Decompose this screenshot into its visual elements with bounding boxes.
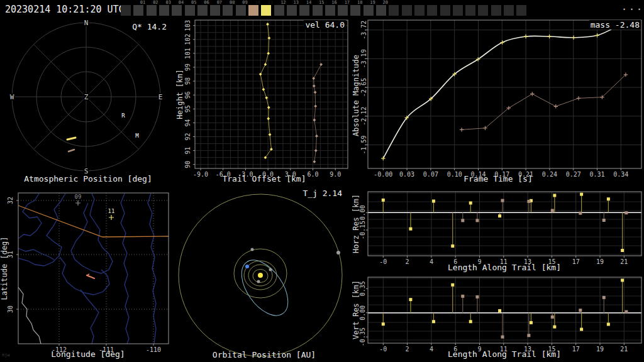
atmospheric-caption: Atmospheric Position [deg] [0, 174, 176, 184]
svg-text:6: 6 [453, 258, 457, 265]
frame-thumb-blank-26[interactable] [453, 5, 463, 16]
frame-thumb-13[interactable]: 13 [287, 5, 297, 16]
frame-thumb-03[interactable]: 03 [159, 5, 169, 16]
frame-thumb-14[interactable]: 14 [299, 5, 309, 16]
svg-text:9: 9 [477, 258, 481, 265]
svg-text:9: 9 [477, 346, 481, 353]
frame-thumb-label: 03 [165, 1, 170, 5]
magnitude-fit-line [383, 26, 618, 158]
frame-thumb-20[interactable]: 20 [376, 5, 386, 16]
frame-thumb-09[interactable]: 09 [236, 5, 246, 16]
velocity-badge: vel 64.0 [304, 20, 346, 30]
frame-thumb-04[interactable]: 04 [172, 5, 182, 16]
panel-map: Latitude [deg] 0911-112-111-110323130 Lo… [0, 185, 176, 362]
frame-thumb-19[interactable]: 19 [364, 5, 374, 16]
frame-thumb-label: 09 [242, 1, 247, 5]
frame-thumb-16[interactable]: 16 [325, 5, 335, 16]
frame-thumb-15[interactable]: 15 [313, 5, 323, 16]
solar-system-bodies [245, 248, 340, 283]
map-axes: -112-111-110323130 [7, 193, 169, 353]
svg-text:-0: -0 [379, 258, 387, 265]
frame-thumb-blank-22[interactable] [402, 5, 412, 16]
svg-text:91: 91 [184, 147, 191, 155]
frame-thumb-label: 08 [230, 1, 235, 5]
svg-text:32: 32 [7, 197, 14, 204]
svg-text:Z: Z [84, 93, 89, 101]
frame-thumb-01[interactable]: 01 [133, 5, 143, 16]
frame-thumb-blank-21[interactable] [389, 5, 399, 16]
residuals-plots: Horz Res [km] Vert Res [km] Length Along… [352, 185, 644, 362]
frame-thumb-blank-24[interactable] [427, 5, 437, 16]
frame-thumb-label: 20 [383, 1, 388, 5]
frame-thumb-08[interactable]: 08 [223, 5, 233, 16]
trail-series-station-11 [259, 23, 273, 159]
trail-series-station-10 [312, 63, 323, 163]
trail-axes: -9.0-6.0-3.00.03.06.09.01031021019998969… [184, 20, 348, 178]
frame-thumb-06[interactable]: 06 [197, 5, 208, 16]
res-series-station-10 [461, 295, 628, 339]
svg-text:-2.12: -2.12 [360, 107, 367, 126]
frame-thumb-blank-23[interactable] [414, 5, 425, 16]
res-grid [368, 192, 641, 256]
frame-thumb-label: 17 [345, 1, 350, 5]
frame-thumb-label: 02 [153, 1, 158, 5]
panel-magnitude: Absolute Magnitude -0.000.030.070.100.14… [352, 19, 644, 185]
frame-thumb-17[interactable]: 17 [338, 5, 348, 16]
overflow-menu-button[interactable]: ... [621, 1, 644, 13]
map-frame-markers: 0911 [75, 194, 115, 220]
frame-thumb-label: 04 [179, 1, 184, 5]
svg-text:30: 30 [7, 305, 14, 313]
panel-orbit: T_j 2.14 Orbital Position [AU] [176, 185, 352, 362]
frame-thumb-label: 16 [331, 1, 336, 5]
meteor-streaks [67, 138, 75, 151]
svg-text:15: 15 [548, 258, 555, 265]
frame-thumb-label: 12 [280, 1, 286, 5]
meteor-analysis-app: 20230214 10:21:20 UTC 010203040506070809… [0, 0, 644, 362]
map-caption: Longitude [deg] [0, 349, 176, 359]
map-rivers [18, 194, 156, 344]
map-ground-track [87, 274, 94, 278]
frame-thumb-18[interactable]: 18 [350, 5, 360, 16]
frame-thumb-label: 05 [191, 1, 196, 5]
frame-thumb-blank-31[interactable] [516, 5, 526, 16]
frame-thumb-05[interactable]: 05 [185, 5, 195, 16]
mass-badge: mass -2.48 [589, 20, 641, 30]
frame-thumb-blank-27[interactable] [465, 5, 475, 16]
frame-thumb-label: 10 [255, 1, 260, 5]
tisserand-badge: T_j 2.14 [301, 189, 343, 198]
map-coastline [18, 287, 41, 344]
venus-dot [269, 268, 272, 272]
frame-thumb-label: 01 [140, 1, 145, 5]
svg-text:0.00: 0.00 [359, 205, 366, 220]
frame-thumb-07[interactable]: 07 [210, 5, 220, 16]
trail-caption: Trail Offset [km] [176, 174, 352, 184]
meteor-orbit [232, 252, 297, 324]
frame-thumb-11[interactable]: 11 [261, 5, 271, 16]
svg-text:95: 95 [184, 105, 191, 112]
svg-text:15: 15 [548, 346, 555, 353]
map-border-line [18, 206, 169, 237]
svg-text:W: W [10, 93, 14, 101]
svg-text:-0: -0 [379, 346, 387, 353]
timestamp: 20230214 10:21:20 UTC [5, 4, 125, 15]
frame-thumb-blank-28[interactable] [478, 5, 488, 16]
svg-text:E: E [158, 93, 163, 101]
frame-thumb-blank-0[interactable] [121, 5, 131, 16]
svg-text:21: 21 [620, 346, 628, 353]
frame-thumb-10[interactable]: 10 [248, 5, 258, 16]
svg-text:4: 4 [430, 258, 433, 265]
magnitude-axes: -0.000.030.070.100.140.170.210.240.270.3… [360, 20, 641, 178]
orbit-caption: Orbital Position [AU] [176, 350, 352, 359]
frame-thumb-blank-25[interactable] [440, 5, 450, 16]
svg-text:102: 102 [184, 34, 191, 45]
frame-thumb-blank-30[interactable] [504, 5, 514, 16]
frame-thumb-02[interactable]: 02 [147, 5, 157, 16]
svg-text:13: 13 [524, 346, 531, 353]
frame-thumb-label: 15 [319, 1, 324, 5]
frame-thumb-12[interactable]: 12 [274, 5, 284, 16]
svg-text:2: 2 [406, 258, 409, 265]
svg-text:96: 96 [184, 91, 191, 99]
svg-text:98: 98 [184, 77, 191, 85]
frame-thumb-blank-29[interactable] [491, 5, 501, 16]
svg-text:11: 11 [500, 346, 508, 353]
